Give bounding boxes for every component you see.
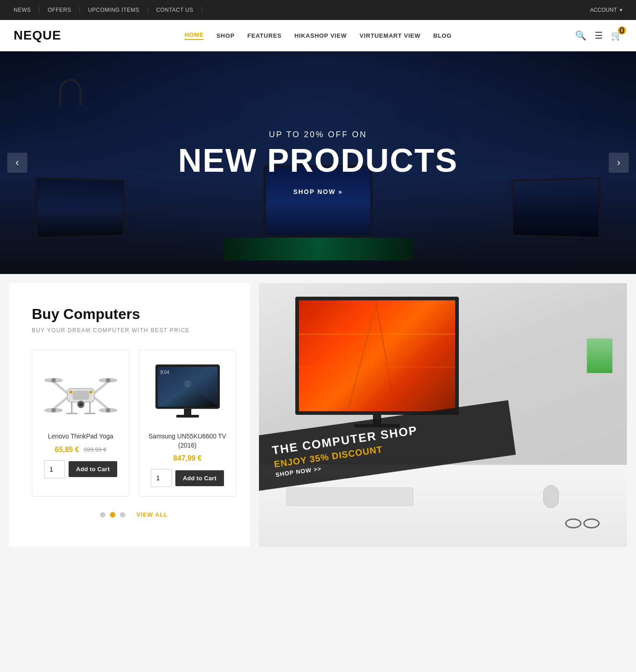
product-name-2: Samsung UN55KU6600 TV (2016) [146,432,229,450]
dot-3[interactable] [120,512,125,518]
account-menu[interactable]: ACCOUNT ▾ [590,7,622,13]
cart-badge: 0 [618,26,626,35]
main-nav: HOME SHOP FEATURES HIKASHOP VIEW VIRTUEM… [184,31,452,40]
product-card-2: 8:04 DELL Samsung UN55KU6600 TV (2016) 8… [139,350,236,497]
promo-monitor [295,297,459,428]
dot-2[interactable] [110,512,115,518]
hero-title: NEW PRODUCTS [178,144,458,177]
promo-tablet [586,338,613,374]
nav-home[interactable]: HOME [184,31,204,40]
svg-rect-21 [89,391,92,393]
product-price-1: 65,85 € 899,99 € [55,446,107,454]
svg-text:8:04: 8:04 [160,370,169,375]
price-current-2: 847,99 € [173,454,201,463]
section-subtitle: BUY YOUR DREAM COMPUTER WITH BEST PRICE [32,327,236,334]
drone-image [45,361,117,425]
search-icon[interactable]: 🔍 [575,30,586,41]
account-label: ACCOUNT [590,7,617,13]
svg-rect-20 [70,391,72,393]
product-slider-dots: VIEW ALL [32,511,236,518]
price-original-1: 899,99 € [84,446,107,453]
header-icons: 🔍 ☰ 🛒 0 [575,30,622,41]
nav-shop[interactable]: SHOP [216,32,234,39]
quantity-input-2[interactable] [151,469,172,487]
quantity-input-1[interactable] [44,460,65,478]
nav-hikashop[interactable]: HIKASHOP VIEW [294,32,347,39]
svg-point-11 [106,378,110,383]
product-image-2: 8:04 DELL [151,361,224,425]
svg-rect-30 [184,408,191,415]
hero-slider: UP TO 20% OFF ON NEW PRODUCTS SHOP NOW »… [0,51,636,274]
svg-point-12 [51,408,56,413]
promo-keyboard [286,488,413,506]
add-to-cart-button-2[interactable]: Add to Cart [175,470,224,486]
products-section: Buy Computers BUY YOUR DREAM COMPUTER WI… [9,283,250,547]
nav-virtuemart[interactable]: VIRTUEMART VIEW [360,32,421,39]
top-bar-nav: NEWS OFFERS UPCOMING ITEMS CONTACT US [14,7,202,13]
add-to-cart-button-1[interactable]: Add to Cart [69,461,117,477]
header: NEQUE HOME SHOP FEATURES HIKASHOP VIEW V… [0,20,636,51]
nav-blog[interactable]: BLOG [433,32,452,39]
promo-background: THE COMPUTER SHOP ENJOY 35% DISCOUNT SHO… [259,283,627,547]
topbar-contact[interactable]: CONTACT US [148,7,202,13]
svg-point-13 [106,408,110,413]
price-current-1: 65,85 € [55,446,79,454]
slider-next-button[interactable]: › [609,153,629,173]
hero-content: UP TO 20% OFF ON NEW PRODUCTS SHOP NOW » [178,130,458,196]
slider-prev-button[interactable]: ‹ [7,153,27,173]
view-all-link[interactable]: VIEW ALL [136,511,168,518]
svg-point-10 [51,378,56,383]
svg-point-27 [184,380,191,388]
section-title: Buy Computers [32,306,236,323]
add-to-cart-row-1: Add to Cart [44,460,117,478]
hero-subtitle: UP TO 20% OFF ON [178,130,458,139]
promo-mouse [543,485,559,508]
main-content: Buy Computers BUY YOUR DREAM COMPUTER WI… [0,274,636,547]
product-name-1: Lenovo ThinkPad Yoga [48,432,114,441]
dot-1[interactable] [100,512,105,518]
cart-icon[interactable]: 🛒 0 [611,30,622,41]
svg-point-15 [79,403,83,406]
topbar-news[interactable]: NEWS [14,7,40,13]
promo-banner[interactable]: THE COMPUTER SHOP ENJOY 35% DISCOUNT SHO… [259,283,627,547]
hero-cta-button[interactable]: SHOP NOW » [293,188,343,195]
product-card-1: Lenovo ThinkPad Yoga 65,85 € 899,99 € Ad… [32,350,129,497]
promo-glasses [565,518,600,528]
chevron-down-icon: ▾ [620,7,622,13]
svg-line-1 [94,382,108,393]
menu-icon[interactable]: ☰ [595,30,603,41]
product-cards: Lenovo ThinkPad Yoga 65,85 € 899,99 € Ad… [32,350,236,497]
monitor-image: 8:04 DELL [151,361,224,425]
svg-rect-31 [176,415,199,418]
svg-line-2 [54,398,67,409]
svg-rect-5 [73,391,89,400]
add-to-cart-row-2: Add to Cart [151,469,224,487]
product-price-2: 847,99 € [173,454,201,463]
site-logo[interactable]: NEQUE [14,28,61,43]
topbar-upcoming[interactable]: UPCOMING ITEMS [80,7,148,13]
topbar-offers[interactable]: OFFERS [40,7,80,13]
nav-features[interactable]: FEATURES [247,32,282,39]
svg-line-3 [94,398,108,409]
svg-line-0 [54,382,67,393]
top-bar: NEWS OFFERS UPCOMING ITEMS CONTACT US AC… [0,0,636,20]
product-image-1 [45,361,117,425]
